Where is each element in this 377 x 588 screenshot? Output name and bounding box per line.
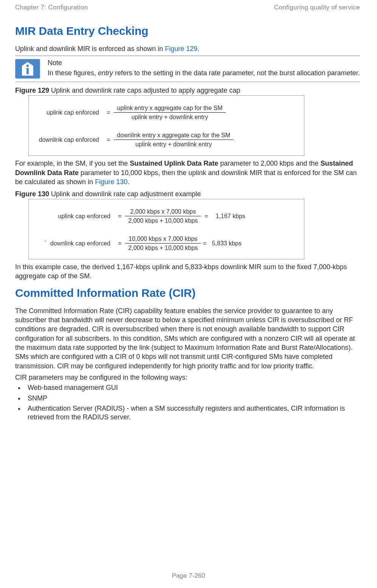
intro-paragraph: Uplink and downlink MIR is enforced as s… [15,44,360,53]
fig130-eq2-frac: 10,000 kbps x 7,000 kbps 2,000 kbps + 10… [125,236,201,251]
fig130-eq1-den: 2,000 kbps + 10,000 kbps [125,216,201,224]
p2-t2: parameter to 2,000 kbps and the [218,160,320,167]
equals-sign: = [103,109,114,116]
fig129-eq1-num: uplink entry x aggregate cap for the SM [114,105,225,113]
fig129-eq1-lhs: uplink cap enforced [35,109,103,116]
note-body-1: In these figures, [48,69,98,77]
intro-post: . [197,45,199,53]
example-paragraph: For example, in the SM, if you set the S… [15,159,360,186]
fig130-eq2: `downlink cap enforced = 10,000 kbps x 7… [35,236,298,251]
equals-sign: = [114,240,125,247]
fig130-eq1-res: 1,167 kbps [212,213,249,220]
figure-130-caption: Figure 130 Uplink and downlink rate cap … [15,190,360,198]
figure-130-box: uplink cap enforced = 2,000 kbps x 7,000… [28,199,304,259]
stray-backtick: ` [44,240,46,247]
note-content: Note In these figures, entry refers to t… [48,58,360,79]
cir-list: Web-based management GUI SNMP Authentica… [15,383,360,422]
fig130-eq2-res: 5,833 kbps [208,240,245,247]
p2-t1: For example, in the SM, if you set the [15,160,130,167]
note-body-em: entry [98,69,113,77]
p2-s1: Sustained Uplink Data Rate [130,160,218,167]
note-body-2: refers to the setting in the data rate p… [113,69,360,77]
fig130-eq1: uplink cap enforced = 2,000 kbps x 7,000… [35,208,298,224]
note-label: Note [48,58,360,67]
note-icon [15,59,40,79]
fig129-eq2-num: downlink entry x aggregate cap for the S… [114,132,233,140]
fig130-eq2-lhs-text: downlink cap enforced [50,240,110,247]
figure-link-130: Figure 130 [95,178,127,186]
figure-129-label: Figure 129 [15,87,49,94]
header-left: Chapter 7: Configuration [15,4,88,11]
fig129-eq1-den: uplink entry + downlink entry [114,113,225,121]
fig130-eq1-frac: 2,000 kbps x 7,000 kbps 2,000 kbps + 10,… [125,208,201,224]
list-item: Web-based management GUI [25,383,360,392]
fig129-eq1-frac: uplink entry x aggregate cap for the SM … [114,105,225,121]
section-heading-cir: Committed Information Rate (CIR) [15,287,360,299]
running-header: Chapter 7: Configuration Configuring qua… [15,4,360,11]
equals-sign: = [201,213,212,220]
equals-sign: = [103,137,114,143]
cir-list-intro: CIR parameters may be configured in the … [15,373,360,382]
list-item: Authentication Server (RADIUS) - when a … [25,404,360,422]
figure-129-rest: Uplink and downlink rate caps adjusted t… [49,87,240,94]
fig130-eq2-lhs: `downlink cap enforced [35,240,114,247]
fig129-eq2-den: uplink entry + downlink entry [114,140,233,148]
figure-130-label: Figure 130 [15,190,49,198]
fig130-eq1-num: 2,000 kbps x 7,000 kbps [125,208,201,216]
svg-point-1 [26,65,29,67]
fig129-eq2-lhs: downlink cap enforced [35,137,103,143]
summary-paragraph: In this example case, the derived 1,167-… [15,262,360,281]
equals-sign: = [114,213,125,220]
figure-129-caption: Figure 129 Uplink and downlink rate caps… [15,87,360,95]
section-heading-mir: MIR Data Entry Checking [15,25,360,37]
svg-rect-0 [26,68,29,74]
fig130-eq1-lhs: uplink cap enforced [35,213,114,220]
equals-sign: = [201,240,208,247]
fig130-eq2-den: 2,000 kbps + 10,000 kbps [125,244,201,251]
figure-129-box: uplink cap enforced = uplink entry x agg… [28,95,304,156]
page: Chapter 7: Configuration Configuring qua… [0,0,377,588]
header-right: Configuring quality of service [274,4,360,11]
fig130-eq2-num: 10,000 kbps x 7,000 kbps [125,236,201,244]
note-box: Note In these figures, entry refers to t… [15,56,360,82]
figure-130-rest: Uplink and downlink rate cap adjustment … [49,190,201,198]
page-footer: Page 7-260 [0,572,377,580]
p2-t4: . [127,178,129,186]
fig129-eq1: uplink cap enforced = uplink entry x agg… [35,105,298,121]
fig129-eq2: downlink cap enforced = downlink entry x… [35,132,298,148]
intro-pre: Uplink and downlink MIR is enforced as s… [15,45,165,53]
figure-link-129: Figure 129 [165,45,197,53]
fig129-eq2-frac: downlink entry x aggregate cap for the S… [114,132,233,148]
list-item: SNMP [25,394,360,403]
cir-paragraph: The Committed Information Rate (CIR) cap… [15,306,360,371]
